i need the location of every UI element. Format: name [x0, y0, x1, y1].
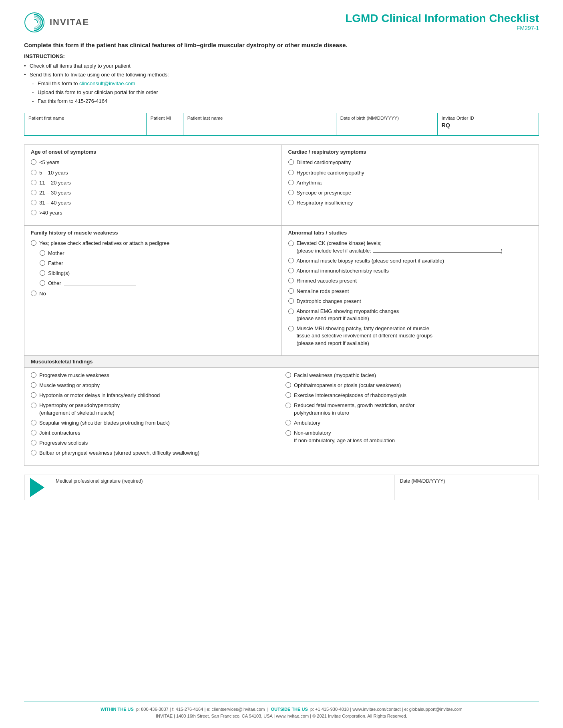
- progressive-weakness[interactable]: Progressive muscle weakness: [31, 372, 277, 379]
- exercise-intolerance[interactable]: Exercise intolerance/episodes of rhabdom…: [286, 392, 532, 399]
- facial-weakness[interactable]: Facial weakness (myopathic facies): [286, 372, 532, 379]
- radio-abnormal-emg[interactable]: [288, 309, 294, 314]
- muscle-wasting-label: Muscle wasting or atrophy: [39, 382, 100, 389]
- abnormal-emg[interactable]: Abnormal EMG showing myopathic changes(p…: [288, 308, 533, 322]
- radio-hypertrophic-cardio[interactable]: [288, 170, 294, 175]
- radio-scapular-winging[interactable]: [31, 420, 36, 425]
- radio-ambulatory[interactable]: [286, 420, 291, 425]
- family-father[interactable]: Father: [31, 260, 275, 267]
- radio-lt5[interactable]: [31, 159, 36, 165]
- radio-family-father[interactable]: [40, 260, 45, 266]
- reduced-fetal[interactable]: Reduced fetal movements, growth restrict…: [286, 402, 532, 416]
- hypotonia[interactable]: Hypotonia or motor delays in infancy/ear…: [31, 392, 277, 399]
- email-link[interactable]: clinconsult@invitae.com: [79, 80, 135, 86]
- muscle-wasting[interactable]: Muscle wasting or atrophy: [31, 382, 277, 389]
- radio-family-yes[interactable]: [31, 240, 36, 246]
- joint-contractures[interactable]: Joint contractures: [31, 429, 277, 437]
- age-21-30[interactable]: 21 – 30 years: [31, 189, 275, 197]
- radio-family-no[interactable]: [31, 291, 36, 296]
- family-sibling[interactable]: Sibling(s): [31, 270, 275, 277]
- header: INVITAE LGMD Clinical Information Checkl…: [24, 12, 539, 33]
- elevated-ck[interactable]: Elevated CK (creatine kinase) levels;(pl…: [288, 240, 533, 255]
- dob-label: Date of birth (MM/DD/YYYY): [340, 116, 433, 120]
- radio-bulbar-weakness[interactable]: [31, 450, 36, 455]
- radio-progressive-scoliosis[interactable]: [31, 440, 36, 445]
- ophthalmoparesis[interactable]: Ophthalmoparesis or ptosis (ocular weakn…: [286, 382, 532, 389]
- logo-area: INVITAE: [24, 12, 89, 33]
- radio-family-other[interactable]: [40, 280, 45, 286]
- sig-date-area[interactable]: [400, 485, 533, 497]
- radio-11-20[interactable]: [31, 180, 36, 185]
- title-area: LGMD Clinical Information Checklist FM29…: [345, 12, 539, 31]
- within-us-info: p: 800-436-3037 | f: 415-276-4164 | e: c…: [136, 707, 265, 712]
- radio-immunohisto[interactable]: [288, 268, 294, 273]
- age-5-10[interactable]: 5 – 10 years: [31, 169, 275, 176]
- radio-hypertrophy[interactable]: [31, 403, 36, 408]
- radio-reduced-fetal[interactable]: [286, 403, 291, 408]
- muscle-mri[interactable]: Muscle MRI showing patchy, fatty degener…: [288, 325, 533, 347]
- radio-arrhythmia[interactable]: [288, 180, 294, 185]
- radio-facial-weakness[interactable]: [286, 372, 291, 378]
- musculo-left-col: Progressive muscle weakness Muscle wasti…: [31, 372, 286, 460]
- non-ambulatory[interactable]: Non-ambulatoryIf non-ambulatory, age at …: [286, 429, 532, 444]
- bulbar-weakness[interactable]: Bulbar or pharyngeal weakness (slurred s…: [31, 449, 277, 457]
- immunohisto-label: Abnormal immunohistochemistry results: [297, 267, 389, 275]
- family-other[interactable]: Other: [31, 280, 275, 287]
- family-yes[interactable]: Yes; please check affected relatives or …: [31, 240, 275, 247]
- radio-31-40[interactable]: [31, 200, 36, 205]
- radio-joint-contractures[interactable]: [31, 430, 36, 435]
- radio-5-10[interactable]: [31, 170, 36, 175]
- radio-nemaline-rods[interactable]: [288, 288, 294, 294]
- radio-muscle-biopsy[interactable]: [288, 258, 294, 263]
- patient-lastname-cell: Patient last name: [183, 113, 336, 135]
- age-lt5[interactable]: <5 years: [31, 159, 275, 166]
- instruction-1: Check off all items that apply to your p…: [24, 62, 539, 70]
- radio-hypotonia[interactable]: [31, 392, 36, 398]
- radio-rimmed-vacuoles[interactable]: [288, 278, 294, 283]
- family-mother[interactable]: Mother: [31, 250, 275, 257]
- musculo-body-row: Progressive muscle weakness Muscle wasti…: [24, 368, 539, 465]
- hypertrophy[interactable]: Hypertrophy or pseudohypertrophy(enlarge…: [31, 402, 277, 416]
- age-gt40[interactable]: >40 years: [31, 209, 275, 217]
- immunohisto[interactable]: Abnormal immunohistochemistry results: [288, 267, 533, 275]
- patient-firstname-cell: Patient first name: [24, 113, 147, 135]
- radio-family-sibling[interactable]: [40, 270, 45, 276]
- radio-exercise-intolerance[interactable]: [286, 392, 291, 398]
- family-no[interactable]: No: [31, 290, 275, 297]
- radio-non-ambulatory[interactable]: [286, 430, 291, 436]
- age-11-20[interactable]: 11 – 20 years: [31, 179, 275, 187]
- ambulatory[interactable]: Ambulatory: [286, 419, 532, 427]
- radio-ophthalmoparesis[interactable]: [286, 382, 291, 388]
- radio-muscle-wasting[interactable]: [31, 382, 36, 388]
- radio-21-30[interactable]: [31, 190, 36, 195]
- radio-progressive-weakness[interactable]: [31, 372, 36, 378]
- instruction-2: Send this form to Invitae using one of t…: [24, 70, 539, 79]
- age-31-40[interactable]: 31 – 40 years: [31, 199, 275, 207]
- logo-text: INVITAE: [50, 17, 89, 28]
- dystrophic-changes[interactable]: Dystrophic changes present: [288, 298, 533, 305]
- syncope[interactable]: Syncope or presyncope: [288, 189, 533, 197]
- respiratory-insuff[interactable]: Respiratory insufficiency: [288, 199, 533, 207]
- radio-muscle-mri[interactable]: [288, 326, 294, 331]
- hypertrophic-cardio[interactable]: Hypertrophic cardiomyopathy: [288, 169, 533, 176]
- scapular-winging[interactable]: Scapular winging (shoulder blades protru…: [31, 419, 277, 427]
- radio-respiratory-insuff[interactable]: [288, 200, 294, 205]
- rimmed-vacuoles[interactable]: Rimmed vacuoles present: [288, 277, 533, 285]
- family-mother-label: Mother: [48, 250, 64, 257]
- radio-elevated-ck[interactable]: [288, 241, 294, 246]
- family-no-label: No: [39, 290, 46, 297]
- signature-area[interactable]: [56, 485, 388, 497]
- radio-dilated-cardio[interactable]: [288, 159, 294, 165]
- radio-gt40[interactable]: [31, 210, 36, 215]
- arrhythmia[interactable]: Arrhythmia: [288, 179, 533, 187]
- radio-dystrophic-changes[interactable]: [288, 298, 294, 304]
- dilated-cardio[interactable]: Dilated cardiomyopathy: [288, 159, 533, 166]
- radio-syncope[interactable]: [288, 190, 294, 195]
- progressive-scoliosis[interactable]: Progressive scoliosis: [31, 439, 277, 447]
- radio-family-mother[interactable]: [40, 250, 45, 256]
- nemaline-rods[interactable]: Nemaline rods present: [288, 288, 533, 295]
- muscle-biopsy[interactable]: Abnormal muscle biopsy results (please s…: [288, 257, 533, 265]
- bulbar-weakness-label: Bulbar or pharyngeal weakness (slurred s…: [39, 449, 199, 457]
- ambulatory-label: Ambulatory: [294, 419, 320, 427]
- patient-info-table: Patient first name Patient MI Patient la…: [24, 113, 539, 136]
